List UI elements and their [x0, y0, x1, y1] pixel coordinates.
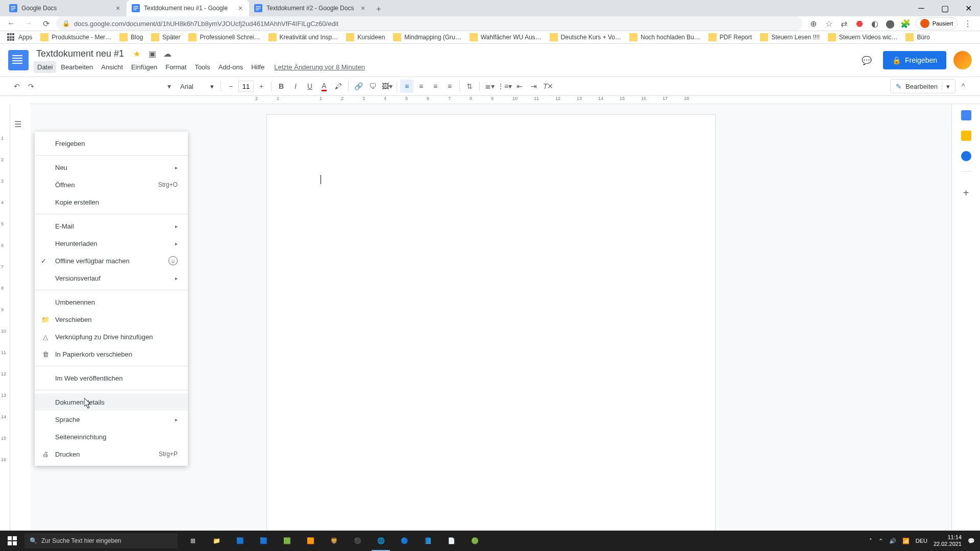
image-button[interactable]: 🖼▾: [380, 80, 394, 93]
clear-format-button[interactable]: T✕: [542, 80, 555, 93]
extension-icon[interactable]: ◐: [870, 18, 880, 29]
align-right-button[interactable]: ≡: [429, 80, 442, 93]
bookmark-item[interactable]: Professionell Schrei…: [185, 31, 263, 43]
chrome-icon[interactable]: 🌐: [370, 531, 392, 551]
file-menu-item[interactable]: 📁Verschieben: [35, 311, 188, 328]
menu-hilfe[interactable]: Hilfe: [248, 61, 268, 73]
language-indicator[interactable]: DEU: [916, 538, 927, 544]
line-spacing-button[interactable]: ⇅: [463, 80, 476, 93]
start-button[interactable]: [0, 531, 24, 551]
browser-tab[interactable]: Textdokument neu #1 - Google ×: [127, 0, 249, 16]
bookmark-item[interactable]: Steuern Lesen !!!!: [757, 31, 823, 43]
menu-format[interactable]: Format: [162, 61, 190, 73]
font-size-value[interactable]: 11: [238, 81, 254, 92]
font-size-increase[interactable]: +: [255, 80, 268, 93]
font-size-decrease[interactable]: −: [224, 80, 237, 93]
comment-button[interactable]: 🗨: [366, 80, 379, 93]
browser-tab[interactable]: Textdokument #2 - Google Docs ×: [249, 0, 372, 16]
minimize-button[interactable]: ─: [910, 0, 933, 16]
reload-button[interactable]: ⟳: [39, 16, 53, 31]
bluetooth-icon[interactable]: ⌃: [878, 538, 883, 544]
extension-icon[interactable]: ⬣: [854, 18, 865, 29]
spotify-icon[interactable]: 🟢: [463, 531, 486, 551]
file-menu-item[interactable]: 🗑In Papierkorb verschieben: [35, 345, 188, 363]
document-page[interactable]: [266, 114, 716, 551]
menu-datei[interactable]: Datei: [34, 61, 56, 73]
bookmark-item[interactable]: Noch hochladen Bu…: [626, 31, 703, 43]
bookmark-item[interactable]: PDF Report: [705, 31, 755, 43]
profile-chip[interactable]: Pausiert: [916, 17, 958, 30]
file-menu-item[interactable]: Freigeben: [35, 135, 188, 152]
bookmark-item[interactable]: Mindmapping (Gru…: [390, 31, 464, 43]
url-input[interactable]: 🔒 docs.google.com/document/d/1hUH8k6h7Lb…: [56, 16, 802, 31]
kebab-menu-button[interactable]: ⋮: [963, 18, 973, 29]
app-icon[interactable]: 📘: [416, 531, 439, 551]
bookmark-item[interactable]: Produktsuche - Mer…: [37, 31, 114, 43]
apps-button[interactable]: Apps: [4, 31, 35, 43]
align-left-button[interactable]: ≡: [400, 80, 413, 93]
file-menu-item[interactable]: Seiteneinrichtung: [35, 428, 188, 445]
tasks-icon[interactable]: [961, 151, 971, 161]
file-menu-item[interactable]: Neu▸: [35, 159, 188, 176]
cloud-status-icon[interactable]: ☁: [162, 49, 173, 59]
powerpoint-icon[interactable]: 🟧: [299, 531, 322, 551]
star-icon[interactable]: ☆: [824, 18, 834, 29]
indent-button[interactable]: ⇥: [527, 80, 541, 93]
numbered-list-button[interactable]: ≣▾: [483, 80, 496, 93]
underline-button[interactable]: U: [303, 80, 316, 93]
file-menu-item[interactable]: E-Mail▸: [35, 217, 188, 235]
bullet-list-button[interactable]: ⋮≡▾: [497, 80, 512, 93]
bookmark-item[interactable]: Kreativität und Insp…: [265, 31, 341, 43]
redo-button[interactable]: ↷: [24, 80, 38, 93]
share-button[interactable]: 🔒 Freigeben: [883, 51, 946, 69]
collapse-toolbar-button[interactable]: ^: [957, 80, 970, 93]
undo-button[interactable]: ↶: [10, 80, 23, 93]
keep-icon[interactable]: [961, 131, 971, 141]
file-menu-item[interactable]: Sprache▸: [35, 411, 188, 428]
menu-tools[interactable]: Tools: [191, 61, 213, 73]
bookmark-item[interactable]: Wahlfächer WU Aus…: [467, 31, 545, 43]
bold-button[interactable]: B: [275, 80, 288, 93]
comments-button[interactable]: 💬: [857, 51, 876, 69]
bookmark-item[interactable]: Kursideen: [343, 31, 388, 43]
taskbar-clock[interactable]: 11:14 22.02.2021: [934, 534, 962, 547]
back-button[interactable]: ←: [4, 16, 18, 31]
menu-addons[interactable]: Add-ons: [215, 61, 247, 73]
maximize-button[interactable]: ▢: [933, 0, 957, 16]
forward-button[interactable]: →: [21, 16, 36, 31]
file-menu-item[interactable]: 🖨DruckenStrg+P: [35, 445, 188, 463]
notifications-icon[interactable]: 💬: [968, 538, 975, 544]
file-menu-item[interactable]: Umbenennen: [35, 293, 188, 311]
new-tab-button[interactable]: +: [372, 2, 386, 16]
zoom-icon[interactable]: ⊕: [808, 18, 819, 29]
docs-logo-icon[interactable]: [8, 50, 29, 70]
document-title[interactable]: Textdokument neu #1: [34, 47, 127, 60]
add-addon-button[interactable]: +: [963, 187, 969, 199]
obs-icon[interactable]: ⚫: [346, 531, 369, 551]
last-edit-link[interactable]: Letzte Änderung vor 8 Minuten: [274, 63, 365, 71]
brave-icon[interactable]: 🦁: [323, 531, 345, 551]
close-icon[interactable]: ×: [114, 5, 121, 12]
star-icon[interactable]: ★: [132, 49, 142, 59]
task-view-button[interactable]: ⊞: [182, 531, 204, 551]
menu-einfuegen[interactable]: Einfügen: [128, 61, 161, 73]
tray-chevron-icon[interactable]: ˄: [869, 538, 872, 544]
bookmark-item[interactable]: Steuern Videos wic…: [825, 31, 901, 43]
extensions-button[interactable]: 🧩: [900, 18, 911, 29]
menu-ansicht[interactable]: Ansicht: [97, 61, 127, 73]
bookmark-item[interactable]: Büro: [902, 31, 933, 43]
font-select[interactable]: Arial▾: [177, 80, 217, 92]
outline-toggle-icon[interactable]: ☰: [14, 119, 27, 132]
link-button[interactable]: 🔗: [352, 80, 365, 93]
file-menu-item[interactable]: Dokumentdetails: [35, 393, 188, 411]
file-menu-item[interactable]: Kopie erstellen: [35, 193, 188, 211]
close-window-button[interactable]: ✕: [957, 0, 980, 16]
bookmark-item[interactable]: Blog: [116, 31, 146, 43]
volume-icon[interactable]: 🔊: [889, 538, 896, 544]
align-justify-button[interactable]: ≡: [443, 80, 456, 93]
italic-button[interactable]: I: [289, 80, 302, 93]
explorer-icon[interactable]: 📁: [205, 531, 228, 551]
edge-icon[interactable]: 🔵: [393, 531, 415, 551]
file-menu-item[interactable]: ✓Offline verfügbar machen☺: [35, 252, 188, 269]
close-icon[interactable]: ×: [359, 5, 366, 12]
